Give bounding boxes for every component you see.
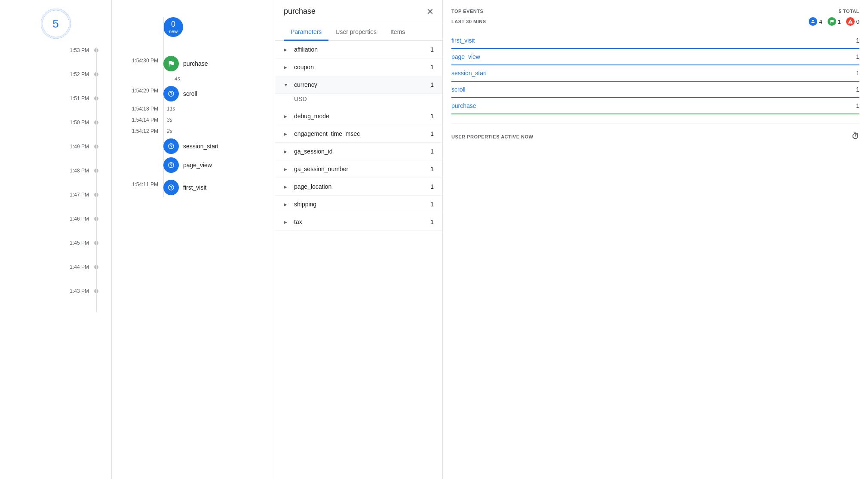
history-icon[interactable]: ⏱: [852, 132, 860, 141]
event-timestamp: [120, 137, 163, 140]
list-item: 1:53 PM: [0, 47, 98, 53]
param-name: affiliation: [294, 46, 430, 53]
new-badge-container: 0 new: [163, 17, 266, 37]
list-item: 1:45 PM: [0, 240, 98, 246]
param-count: 1: [430, 130, 434, 137]
param-name: page_location: [294, 183, 430, 190]
param-name: debug_mode: [294, 113, 430, 120]
param-ga-session-number[interactable]: ▶ ga_session_number 1: [275, 160, 442, 178]
time-label: 1:50 PM: [70, 120, 89, 126]
param-shipping[interactable]: ▶ shipping 1: [275, 196, 442, 213]
event-row[interactable]: scroll: [163, 84, 266, 103]
timeline-vertical-line: [96, 47, 97, 312]
param-currency[interactable]: ▼ currency 1: [275, 76, 442, 94]
list-item: 1:51 PM: [0, 95, 98, 101]
event-row[interactable]: session_start: [163, 137, 266, 156]
list-item: 1:48 PM: [0, 168, 98, 174]
time-label: 1:53 PM: [70, 47, 89, 53]
timestamp-gap-row: 1:54:18 PM 11s: [120, 103, 266, 114]
time-label: 1:45 PM: [70, 240, 89, 246]
event-list-scroll[interactable]: scroll 1: [451, 82, 859, 98]
event-row[interactable]: purchase: [163, 54, 266, 73]
param-count: 1: [430, 113, 434, 120]
param-count: 1: [430, 46, 434, 53]
close-button[interactable]: ✕: [426, 7, 434, 16]
param-count: 1: [430, 81, 434, 88]
first-visit-icon: [163, 180, 179, 195]
event-name: page_view: [183, 162, 212, 169]
param-name: ga_session_number: [294, 166, 430, 172]
purchase-icon: [163, 56, 179, 71]
param-engagement-time[interactable]: ▶ engagement_time_msec 1: [275, 125, 442, 143]
event-timestamp: 1:54:30 PM: [120, 54, 163, 64]
param-name: tax: [294, 218, 430, 225]
tab-user-properties[interactable]: User properties: [328, 23, 383, 41]
user-props-title: USER PROPERTIES ACTIVE NOW: [451, 134, 533, 139]
timestamp-gap-row: 1:54:14 PM 3s: [120, 114, 266, 126]
event-row[interactable]: first_visit: [163, 178, 266, 197]
event-list-session-start[interactable]: session_start 1: [451, 65, 859, 82]
new-events-badge: 0 new: [163, 17, 183, 37]
last-mins-row: LAST 30 MINS 4 1 0: [451, 17, 859, 26]
event-count: 1: [856, 70, 859, 77]
event-link[interactable]: page_view: [451, 53, 480, 60]
param-tax[interactable]: ▶ tax 1: [275, 213, 442, 231]
param-count: 1: [430, 148, 434, 155]
param-coupon[interactable]: ▶ coupon 1: [275, 58, 442, 76]
event-list-purchase[interactable]: purchase 1: [451, 98, 859, 114]
event-count: 1: [856, 86, 859, 93]
tab-parameters[interactable]: Parameters: [284, 23, 328, 41]
param-debug-mode[interactable]: ▶ debug_mode 1: [275, 107, 442, 125]
event-list-first-visit[interactable]: first_visit 1: [451, 33, 859, 49]
param-count: 1: [430, 201, 434, 208]
param-count: 1: [430, 183, 434, 190]
param-name: shipping: [294, 201, 430, 208]
event-link[interactable]: scroll: [451, 86, 466, 93]
event-section: session_start page_view: [120, 137, 266, 175]
event-name: session_start: [183, 143, 218, 150]
list-item: 1:49 PM: [0, 144, 98, 150]
param-name: ga_session_id: [294, 148, 430, 155]
list-item: 1:47 PM: [0, 192, 98, 198]
list-item: 1:50 PM: [0, 120, 98, 126]
expand-arrow-icon: ▶: [284, 202, 289, 207]
param-affiliation[interactable]: ▶ affiliation 1: [275, 41, 442, 58]
event-list-page-view[interactable]: page_view 1: [451, 49, 859, 65]
event-link[interactable]: purchase: [451, 102, 476, 109]
event-link[interactable]: session_start: [451, 70, 487, 77]
param-count: 1: [430, 218, 434, 225]
list-item: 1:44 PM: [0, 264, 98, 270]
event-items: session_start page_view: [163, 137, 266, 175]
event-timestamp: 1:54:29 PM: [120, 84, 163, 94]
right-panel: TOP EVENTS 5 TOTAL LAST 30 MINS 4 1: [443, 0, 868, 479]
event-link[interactable]: first_visit: [451, 37, 475, 44]
expand-arrow-icon: ▶: [284, 184, 289, 189]
event-timestamp: 1:54:12 PM: [120, 128, 163, 134]
time-label: 1:48 PM: [70, 168, 89, 174]
param-ga-session-id[interactable]: ▶ ga_session_id 1: [275, 143, 442, 160]
time-label: 1:43 PM: [70, 288, 89, 294]
user-properties-header: USER PROPERTIES ACTIVE NOW ⏱: [451, 132, 859, 141]
gap-label: 11s: [163, 103, 178, 114]
time-label: 1:51 PM: [70, 95, 89, 101]
event-section: 1:54:29 PM scroll: [120, 84, 266, 103]
list-item: 1:52 PM: [0, 71, 98, 77]
tab-items[interactable]: Items: [383, 23, 412, 41]
timeline-list: 1:53 PM 1:52 PM 1:51 PM 1:50 PM 1:49 PM …: [0, 47, 111, 312]
event-timestamp: 1:54:11 PM: [120, 178, 163, 187]
expand-arrow-icon: ▶: [284, 114, 289, 119]
red-warning-icon: [846, 17, 855, 26]
event-name: purchase: [183, 60, 208, 67]
param-page-location[interactable]: ▶ page_location 1: [275, 178, 442, 196]
counter-number: 5: [52, 18, 58, 29]
event-row[interactable]: page_view: [163, 156, 266, 175]
last-mins-label: LAST 30 MINS: [451, 19, 486, 24]
param-currency-value: USD: [275, 94, 442, 107]
red-count-item: 0: [846, 17, 859, 26]
expand-arrow-icon: ▶: [284, 132, 289, 136]
timestamp-gap-row: 1:54:12 PM 2s: [120, 126, 266, 137]
scroll-icon: [163, 86, 179, 101]
param-count: 1: [430, 166, 434, 172]
expand-arrow-icon: ▶: [284, 167, 289, 172]
time-label: 1:49 PM: [70, 144, 89, 150]
